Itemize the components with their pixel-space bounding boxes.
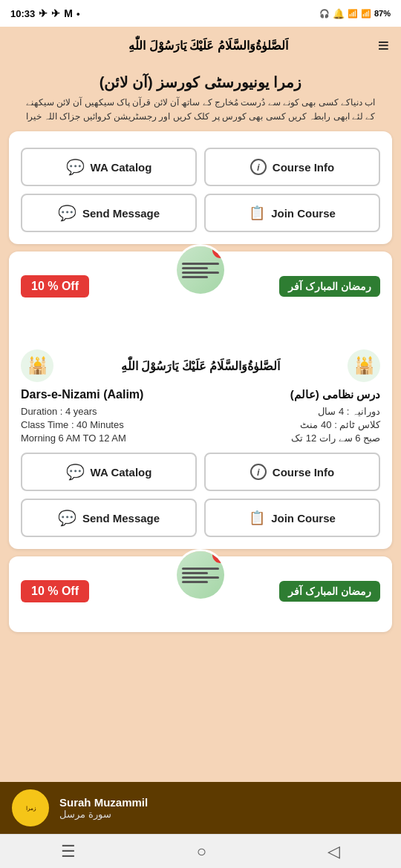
telegram-icon: ✈ — [39, 7, 48, 19]
course-info-button-2[interactable]: i Course Info — [204, 453, 380, 491]
course-1-titles: Dars-e-Nizami (Aalim) درس نظامی (عالم) — [21, 388, 380, 401]
time-display: 10:33 — [10, 8, 35, 19]
thumb-lines-2 — [182, 565, 219, 585]
course-2-card: 10 % Off رمضان المبارک آفر 6 — [9, 556, 392, 632]
course-1-detail-row-0: Duration : 4 years دورانیہ : 4 سال — [21, 406, 380, 417]
nav-home-icon[interactable]: ○ — [197, 842, 206, 861]
wa-catalog-button-2[interactable]: 💬 WA Catalog — [21, 453, 197, 491]
join-course-button-1[interactable]: 📋 Join Course — [204, 194, 380, 232]
player-logo-svg: زمرا — [16, 793, 45, 823]
course-info-label-1: Course Info — [273, 161, 334, 174]
mosque-icon-left: 🕌 — [21, 349, 53, 382]
course-1-thumb-wrap: 5 — [175, 244, 226, 296]
header-arabic-text: اَلصَّلوٰةُوَالسَّلَامُ عَلَيْكَ يَارَسُ… — [39, 39, 378, 53]
course-1-buttons: 💬 WA Catalog i Course Info 💬 Send Messag… — [21, 453, 380, 537]
status-bar: 10:33 ✈ ✈ M • 🎧 🔔 📶 📶 87% — [0, 0, 401, 27]
thumb-line-1 — [182, 263, 219, 265]
bottom-player[interactable]: زمرا Surah Muzammil سورة مرسل — [0, 782, 401, 834]
course-1-thumbnail: 5 — [175, 244, 226, 296]
nav-back-icon[interactable]: ◁ — [327, 842, 340, 861]
send-message-button-2[interactable]: 💬 Send Message — [21, 499, 197, 537]
join-icon-1: 📋 — [249, 205, 265, 221]
status-left: 10:33 ✈ ✈ M • — [10, 7, 79, 19]
course-2-thumb-wrap: 6 — [175, 549, 226, 601]
mosque-icon-right: 🕌 — [348, 349, 380, 382]
top-card-buttons: 💬 WA Catalog i Course Info 💬 Send Messag… — [21, 148, 380, 232]
urdu-subtitle: اب دنیاکے کسی بھی کونے سے دُرست مُخارج ک… — [12, 94, 389, 125]
join-icon-2: 📋 — [249, 510, 265, 526]
course-2-bottom-stub — [9, 617, 392, 632]
thumb-lines — [182, 260, 219, 280]
course-info-label-2: Course Info — [273, 466, 334, 479]
thumb-line-8 — [182, 581, 208, 583]
app-header: اَلصَّلوٰةُوَالسَّلَامُ عَلَيْكَ يَارَسُ… — [0, 27, 401, 65]
send-message-label-1: Send Message — [82, 207, 160, 220]
whatsapp-icon-2: 💬 — [58, 204, 76, 222]
menu-button[interactable]: ≡ — [378, 34, 389, 57]
thumb-line-4 — [182, 276, 208, 278]
player-text-area: Surah Muzammil سورة مرسل — [59, 796, 389, 820]
top-info-card: 💬 WA Catalog i Course Info 💬 Send Messag… — [9, 131, 392, 244]
thumb-badge-1: 5 — [212, 244, 226, 258]
thumb-line-7 — [182, 576, 219, 579]
signal-icon: 📶 — [361, 9, 371, 19]
thumb-badge-2: 6 — [212, 549, 226, 563]
player-subtitle: سورة مرسل — [59, 809, 389, 820]
ramadan-badge-2: رمضان المبارک آفر — [279, 581, 380, 602]
join-course-button-2[interactable]: 📋 Join Course — [204, 499, 380, 537]
ramadan-badge-1: رمضان المبارک آفر — [279, 276, 380, 297]
course-1-icons-row: 🕌 اَلصَّلوٰةُوَالسَّلَامُ عَلَيْكَ يَارَ… — [21, 349, 380, 382]
thumb-line-2 — [182, 267, 208, 269]
thumb-line-3 — [182, 272, 219, 274]
status-right: 🎧 🔔 📶 📶 87% — [319, 8, 391, 19]
course-info-button-1[interactable]: i Course Info — [204, 148, 380, 186]
course-1-arabic: اَلصَّلوٰةُوَالسَّلَامُ عَلَيْكَ يَارَسُ… — [53, 359, 348, 373]
discount-badge-2: 10 % Off — [21, 580, 89, 602]
course-1-card: 10 % Off رمضان المبارک آفر 5 — [9, 251, 392, 549]
course-1-detail-row-2: Morning 6 AM TO 12 AM صبح 6 سے رات 12 تک — [21, 433, 380, 444]
telegram-icon2: ✈ — [51, 7, 60, 19]
dot-icon: • — [76, 8, 80, 19]
mail-icon: M — [64, 7, 73, 19]
wa-catalog-label-2: WA Catalog — [91, 466, 152, 479]
course-1-details: Duration : 4 years دورانیہ : 4 سال Class… — [21, 406, 380, 444]
join-course-label-2: Join Course — [271, 512, 336, 525]
course-1-banner: 10 % Off رمضان المبارک آفر 5 — [9, 251, 392, 312]
course-1-detail-en-0: Duration : 4 years — [21, 406, 97, 417]
join-course-label-1: Join Course — [271, 207, 336, 220]
nav-menu-icon[interactable]: ☰ — [61, 842, 76, 861]
send-message-button-1[interactable]: 💬 Send Message — [21, 194, 197, 232]
urdu-title: زمرا یونیورسٹی کورسز (آن لائن) — [12, 70, 389, 94]
course-1-detail-row-1: Class Time : 40 Minutes کلاس ٹائم : 40 م… — [21, 419, 380, 430]
whatsapp-icon-4: 💬 — [58, 509, 76, 527]
player-title: Surah Muzammil — [59, 796, 389, 809]
top-section: زمرا یونیورسٹی کورسز (آن لائن) اب دنیاکے… — [0, 65, 401, 127]
bottom-nav: ☰ ○ ◁ — [0, 834, 401, 868]
thumb-line-6 — [182, 572, 208, 574]
course-1-detail-ur-2: صبح 6 سے رات 12 تک — [291, 433, 380, 444]
svg-text:زمرا: زمرا — [26, 806, 36, 812]
headphone-icon: 🎧 — [319, 9, 330, 19]
whatsapp-icon-3: 💬 — [66, 463, 85, 481]
course-1-title-ur: درس نظامی (عالم) — [290, 388, 380, 401]
whatsapp-icon-1: 💬 — [66, 158, 85, 176]
course-1-detail-ur-0: دورانیہ : 4 سال — [318, 406, 380, 417]
wifi-icon: 📶 — [348, 9, 358, 19]
info-icon-1: i — [250, 159, 267, 175]
course-1-detail-en-2: Morning 6 AM TO 12 AM — [21, 433, 126, 444]
course-1-detail-ur-1: کلاس ٹائم : 40 منٹ — [300, 419, 380, 430]
battery-display: 87% — [374, 9, 391, 18]
mute-icon: 🔔 — [333, 8, 345, 19]
discount-badge-1: 10 % Off — [21, 275, 89, 297]
course-1-detail-en-1: Class Time : 40 Minutes — [21, 419, 124, 430]
wa-catalog-label-1: WA Catalog — [91, 161, 152, 174]
send-message-label-2: Send Message — [82, 512, 160, 525]
wa-catalog-button-1[interactable]: 💬 WA Catalog — [21, 148, 197, 186]
course-2-thumbnail: 6 — [175, 549, 226, 601]
info-icon-2: i — [250, 464, 267, 480]
player-avatar: زمرا — [12, 789, 49, 826]
course-2-banner: 10 % Off رمضان المبارک آفر 6 — [9, 556, 392, 617]
course-1-body: 🕌 اَلصَّلوٰةُوَالسَّلَامُ عَلَيْكَ يَارَ… — [9, 312, 392, 549]
course-1-title-en: Dars-e-Nizami (Aalim) — [21, 388, 143, 401]
thumb-line-5 — [182, 568, 219, 570]
